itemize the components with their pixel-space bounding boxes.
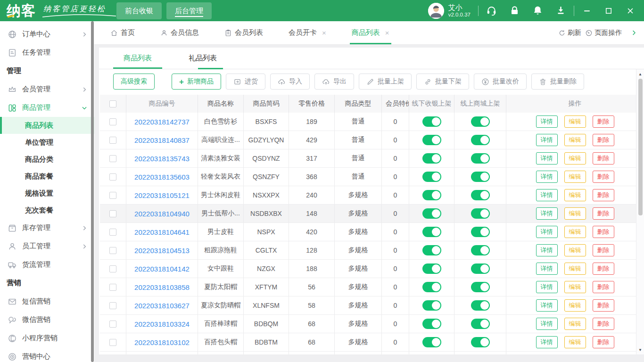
download-icon[interactable]: [555, 5, 566, 16]
scrollbar-thumb[interactable]: [638, 79, 643, 215]
offline-shelf-toggle[interactable]: [422, 263, 441, 274]
offline-shelf-toggle[interactable]: [422, 135, 441, 145]
detail-button[interactable]: 详情: [536, 299, 558, 312]
user-area[interactable]: 艾小 v2.0.0.37: [428, 3, 471, 19]
product-id-link[interactable]: 20220318104641: [134, 228, 190, 236]
select-all-checkbox[interactable]: [109, 100, 116, 107]
tab-product-list[interactable]: 商品列表 ×: [350, 21, 391, 44]
delete-button[interactable]: 删除: [593, 336, 614, 348]
row-checkbox[interactable]: [109, 192, 116, 199]
product-id-link[interactable]: 20220318142737: [134, 118, 190, 126]
detail-button[interactable]: 详情: [536, 134, 558, 146]
detail-button[interactable]: 详情: [536, 336, 558, 348]
vertical-scrollbar[interactable]: ▲ ▼: [636, 69, 644, 354]
product-id-link[interactable]: 20220318104513: [134, 247, 190, 255]
delete-button[interactable]: 删除: [593, 226, 614, 238]
scroll-up-icon[interactable]: ▲: [636, 70, 644, 78]
lock-icon[interactable]: [509, 5, 520, 16]
offline-shelf-toggle[interactable]: [422, 245, 441, 255]
edit-button[interactable]: 编辑: [564, 281, 586, 293]
edit-button[interactable]: 编辑: [564, 244, 586, 256]
offline-shelf-toggle[interactable]: [422, 190, 441, 200]
product-id-link[interactable]: 20220318104940: [134, 210, 190, 218]
edit-button[interactable]: 编辑: [564, 263, 586, 275]
sidebar-item-logistics-management[interactable]: 货流管理: [0, 255, 94, 274]
maximize-icon[interactable]: [604, 7, 613, 15]
sidebar-item-staff-management[interactable]: 员工管理: [0, 237, 94, 255]
batch-offshelf-button[interactable]: 批量下架: [416, 74, 469, 90]
sidebar-subitem-spec-settings[interactable]: 规格设置: [0, 185, 94, 202]
batch-onshelf-button[interactable]: 批量上架: [359, 74, 412, 90]
sidebar-subitem-product-category[interactable]: 商品分类: [0, 151, 94, 168]
online-shelf-toggle[interactable]: [471, 116, 490, 127]
nav-front-cashier[interactable]: 前台收银: [116, 2, 162, 19]
product-id-link[interactable]: 20220318104142: [134, 265, 190, 273]
detail-button[interactable]: 详情: [536, 226, 558, 238]
detail-button[interactable]: 详情: [536, 171, 558, 183]
detail-button[interactable]: 详情: [536, 115, 558, 128]
panel-tab-gift-list[interactable]: 礼品列表: [178, 48, 227, 69]
detail-button[interactable]: 详情: [536, 152, 558, 165]
edit-button[interactable]: 编辑: [564, 318, 586, 330]
offline-shelf-toggle[interactable]: [422, 319, 441, 329]
edit-button[interactable]: 编辑: [564, 207, 586, 220]
sidebar-item-order-center[interactable]: 订单中心: [0, 25, 94, 43]
row-checkbox[interactable]: [109, 210, 116, 217]
online-shelf-toggle[interactable]: [471, 319, 490, 329]
sidebar-item-product-management[interactable]: 商品管理: [0, 99, 94, 117]
online-shelf-toggle[interactable]: [471, 190, 490, 200]
offline-shelf-toggle[interactable]: [422, 172, 441, 182]
sidebar-item-member-management[interactable]: 会员管理: [0, 80, 94, 99]
delete-button[interactable]: 删除: [593, 207, 614, 220]
row-checkbox[interactable]: [109, 302, 116, 309]
scroll-down-icon[interactable]: ▼: [636, 346, 644, 354]
row-checkbox[interactable]: [109, 137, 116, 144]
sidebar-item-inventory-management[interactable]: 库存管理: [0, 219, 94, 237]
customer-service-icon[interactable]: [486, 5, 497, 16]
offline-shelf-toggle[interactable]: [422, 153, 441, 164]
delete-button[interactable]: 删除: [593, 244, 614, 256]
row-checkbox[interactable]: [109, 339, 116, 346]
chevron-right-icon[interactable]: [630, 29, 637, 36]
delete-button[interactable]: 删除: [593, 263, 614, 275]
edit-button[interactable]: 编辑: [564, 115, 586, 128]
online-shelf-toggle[interactable]: [471, 135, 490, 145]
close-tab-icon[interactable]: ×: [322, 29, 326, 36]
row-checkbox[interactable]: [109, 173, 116, 181]
panel-tab-product-list[interactable]: 商品列表: [113, 48, 162, 69]
purchase-button[interactable]: 进货: [226, 74, 265, 90]
online-shelf-toggle[interactable]: [471, 337, 490, 347]
sidebar-item-wechat-marketing[interactable]: 微信营销: [0, 311, 94, 329]
refresh-button[interactable]: 刷新: [558, 28, 581, 37]
row-checkbox[interactable]: [109, 155, 116, 162]
offline-shelf-toggle[interactable]: [422, 116, 441, 127]
offline-shelf-toggle[interactable]: [422, 208, 441, 219]
edit-button[interactable]: 编辑: [564, 134, 586, 146]
online-shelf-toggle[interactable]: [471, 172, 490, 182]
edit-button[interactable]: 编辑: [564, 171, 586, 183]
online-shelf-toggle[interactable]: [471, 263, 490, 274]
edit-button[interactable]: 编辑: [564, 336, 586, 348]
close-tab-icon[interactable]: ×: [385, 29, 389, 36]
delete-button[interactable]: 删除: [593, 299, 614, 312]
delete-button[interactable]: 删除: [593, 152, 614, 165]
online-shelf-toggle[interactable]: [471, 208, 490, 219]
detail-button[interactable]: 详情: [536, 263, 558, 275]
add-product-button[interactable]: + 新增商品: [172, 74, 221, 90]
delete-button[interactable]: 删除: [593, 281, 614, 293]
detail-button[interactable]: 详情: [536, 281, 558, 293]
sidebar-item-sms-marketing[interactable]: 短信营销: [0, 292, 94, 311]
export-button[interactable]: 导出: [314, 74, 354, 90]
row-checkbox[interactable]: [109, 265, 116, 272]
offline-shelf-toggle[interactable]: [422, 300, 441, 311]
delete-button[interactable]: 删除: [593, 134, 614, 146]
online-shelf-toggle[interactable]: [471, 227, 490, 237]
edit-button[interactable]: 编辑: [564, 299, 586, 312]
offline-shelf-toggle[interactable]: [422, 282, 441, 292]
import-button[interactable]: 导入: [270, 74, 310, 90]
sidebar-subitem-product-list[interactable]: 商品列表: [0, 117, 94, 134]
delete-button[interactable]: 删除: [593, 171, 614, 183]
nav-backend-admin[interactable]: 后台管理: [166, 2, 212, 19]
product-id-link[interactable]: 20220318103102: [134, 338, 190, 346]
row-checkbox[interactable]: [109, 229, 116, 236]
